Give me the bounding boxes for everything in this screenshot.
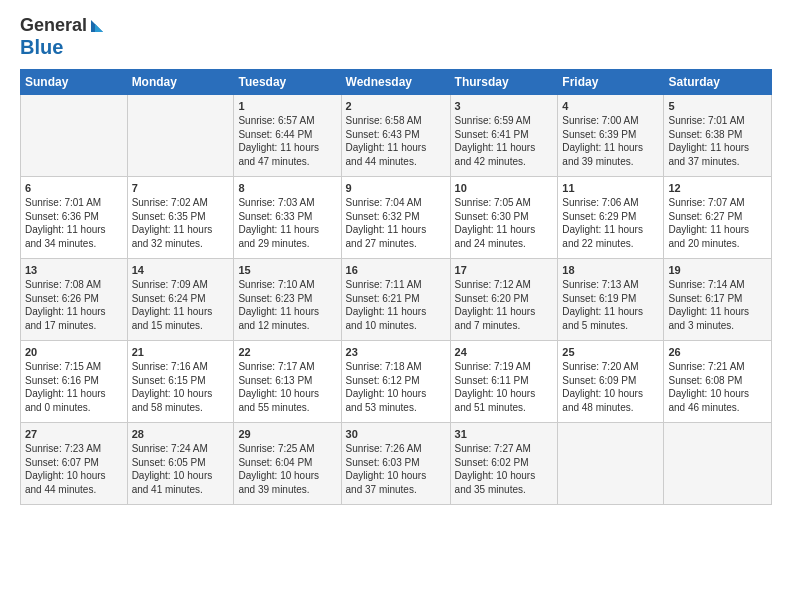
day-number: 20 [25,345,123,360]
svg-marker-1 [95,24,103,32]
week-row-3: 13Sunrise: 7:08 AM Sunset: 6:26 PM Dayli… [21,258,772,340]
header: General Blue [20,16,772,59]
day-info: Sunrise: 7:17 AM Sunset: 6:13 PM Dayligh… [238,360,336,414]
day-number: 1 [238,99,336,114]
day-info: Sunrise: 7:06 AM Sunset: 6:29 PM Dayligh… [562,196,659,250]
day-info: Sunrise: 7:13 AM Sunset: 6:19 PM Dayligh… [562,278,659,332]
day-cell [664,422,772,504]
day-number: 15 [238,263,336,278]
day-cell: 7Sunrise: 7:02 AM Sunset: 6:35 PM Daylig… [127,176,234,258]
day-cell [558,422,664,504]
day-cell: 22Sunrise: 7:17 AM Sunset: 6:13 PM Dayli… [234,340,341,422]
logo-blue: Blue [20,36,107,59]
day-info: Sunrise: 7:01 AM Sunset: 6:36 PM Dayligh… [25,196,123,250]
day-number: 21 [132,345,230,360]
day-cell: 15Sunrise: 7:10 AM Sunset: 6:23 PM Dayli… [234,258,341,340]
col-header-thursday: Thursday [450,69,558,94]
day-info: Sunrise: 7:23 AM Sunset: 6:07 PM Dayligh… [25,442,123,496]
day-info: Sunrise: 7:03 AM Sunset: 6:33 PM Dayligh… [238,196,336,250]
day-number: 16 [346,263,446,278]
page: General Blue SundayMondayTuesdayWednesda… [0,0,792,515]
day-cell: 24Sunrise: 7:19 AM Sunset: 6:11 PM Dayli… [450,340,558,422]
day-number: 14 [132,263,230,278]
day-number: 11 [562,181,659,196]
day-info: Sunrise: 7:25 AM Sunset: 6:04 PM Dayligh… [238,442,336,496]
week-row-4: 20Sunrise: 7:15 AM Sunset: 6:16 PM Dayli… [21,340,772,422]
week-row-1: 1Sunrise: 6:57 AM Sunset: 6:44 PM Daylig… [21,94,772,176]
col-header-wednesday: Wednesday [341,69,450,94]
day-number: 8 [238,181,336,196]
day-info: Sunrise: 7:02 AM Sunset: 6:35 PM Dayligh… [132,196,230,250]
logo: General Blue [20,16,107,59]
day-cell: 18Sunrise: 7:13 AM Sunset: 6:19 PM Dayli… [558,258,664,340]
day-info: Sunrise: 7:08 AM Sunset: 6:26 PM Dayligh… [25,278,123,332]
day-info: Sunrise: 7:01 AM Sunset: 6:38 PM Dayligh… [668,114,767,168]
day-cell: 16Sunrise: 7:11 AM Sunset: 6:21 PM Dayli… [341,258,450,340]
day-number: 2 [346,99,446,114]
day-number: 27 [25,427,123,442]
col-header-monday: Monday [127,69,234,94]
day-cell: 2Sunrise: 6:58 AM Sunset: 6:43 PM Daylig… [341,94,450,176]
day-number: 28 [132,427,230,442]
day-number: 29 [238,427,336,442]
day-info: Sunrise: 7:10 AM Sunset: 6:23 PM Dayligh… [238,278,336,332]
day-number: 26 [668,345,767,360]
day-cell: 8Sunrise: 7:03 AM Sunset: 6:33 PM Daylig… [234,176,341,258]
day-cell: 17Sunrise: 7:12 AM Sunset: 6:20 PM Dayli… [450,258,558,340]
day-number: 30 [346,427,446,442]
day-info: Sunrise: 6:57 AM Sunset: 6:44 PM Dayligh… [238,114,336,168]
day-cell: 3Sunrise: 6:59 AM Sunset: 6:41 PM Daylig… [450,94,558,176]
day-info: Sunrise: 7:12 AM Sunset: 6:20 PM Dayligh… [455,278,554,332]
day-info: Sunrise: 7:05 AM Sunset: 6:30 PM Dayligh… [455,196,554,250]
day-info: Sunrise: 7:19 AM Sunset: 6:11 PM Dayligh… [455,360,554,414]
day-info: Sunrise: 7:24 AM Sunset: 6:05 PM Dayligh… [132,442,230,496]
day-cell: 21Sunrise: 7:16 AM Sunset: 6:15 PM Dayli… [127,340,234,422]
day-info: Sunrise: 6:58 AM Sunset: 6:43 PM Dayligh… [346,114,446,168]
day-cell: 6Sunrise: 7:01 AM Sunset: 6:36 PM Daylig… [21,176,128,258]
day-cell: 20Sunrise: 7:15 AM Sunset: 6:16 PM Dayli… [21,340,128,422]
day-cell: 31Sunrise: 7:27 AM Sunset: 6:02 PM Dayli… [450,422,558,504]
day-cell: 19Sunrise: 7:14 AM Sunset: 6:17 PM Dayli… [664,258,772,340]
day-info: Sunrise: 7:26 AM Sunset: 6:03 PM Dayligh… [346,442,446,496]
day-number: 22 [238,345,336,360]
day-info: Sunrise: 7:07 AM Sunset: 6:27 PM Dayligh… [668,196,767,250]
day-info: Sunrise: 7:11 AM Sunset: 6:21 PM Dayligh… [346,278,446,332]
day-number: 31 [455,427,554,442]
day-cell: 27Sunrise: 7:23 AM Sunset: 6:07 PM Dayli… [21,422,128,504]
day-cell: 10Sunrise: 7:05 AM Sunset: 6:30 PM Dayli… [450,176,558,258]
day-cell: 25Sunrise: 7:20 AM Sunset: 6:09 PM Dayli… [558,340,664,422]
day-number: 10 [455,181,554,196]
day-info: Sunrise: 7:18 AM Sunset: 6:12 PM Dayligh… [346,360,446,414]
day-number: 18 [562,263,659,278]
day-cell: 11Sunrise: 7:06 AM Sunset: 6:29 PM Dayli… [558,176,664,258]
day-info: Sunrise: 6:59 AM Sunset: 6:41 PM Dayligh… [455,114,554,168]
day-cell: 13Sunrise: 7:08 AM Sunset: 6:26 PM Dayli… [21,258,128,340]
day-number: 12 [668,181,767,196]
day-number: 9 [346,181,446,196]
day-info: Sunrise: 7:04 AM Sunset: 6:32 PM Dayligh… [346,196,446,250]
day-info: Sunrise: 7:09 AM Sunset: 6:24 PM Dayligh… [132,278,230,332]
day-info: Sunrise: 7:15 AM Sunset: 6:16 PM Dayligh… [25,360,123,414]
day-cell: 14Sunrise: 7:09 AM Sunset: 6:24 PM Dayli… [127,258,234,340]
day-info: Sunrise: 7:21 AM Sunset: 6:08 PM Dayligh… [668,360,767,414]
day-number: 25 [562,345,659,360]
calendar-table: SundayMondayTuesdayWednesdayThursdayFrid… [20,69,772,505]
day-cell: 29Sunrise: 7:25 AM Sunset: 6:04 PM Dayli… [234,422,341,504]
day-cell: 26Sunrise: 7:21 AM Sunset: 6:08 PM Dayli… [664,340,772,422]
day-number: 23 [346,345,446,360]
day-info: Sunrise: 7:00 AM Sunset: 6:39 PM Dayligh… [562,114,659,168]
col-header-friday: Friday [558,69,664,94]
week-row-2: 6Sunrise: 7:01 AM Sunset: 6:36 PM Daylig… [21,176,772,258]
day-cell: 28Sunrise: 7:24 AM Sunset: 6:05 PM Dayli… [127,422,234,504]
day-cell: 30Sunrise: 7:26 AM Sunset: 6:03 PM Dayli… [341,422,450,504]
logo-arrow-icon [89,16,107,34]
day-cell [127,94,234,176]
day-number: 5 [668,99,767,114]
day-number: 13 [25,263,123,278]
col-header-saturday: Saturday [664,69,772,94]
day-info: Sunrise: 7:27 AM Sunset: 6:02 PM Dayligh… [455,442,554,496]
day-number: 7 [132,181,230,196]
day-cell: 1Sunrise: 6:57 AM Sunset: 6:44 PM Daylig… [234,94,341,176]
day-cell: 23Sunrise: 7:18 AM Sunset: 6:12 PM Dayli… [341,340,450,422]
header-row: SundayMondayTuesdayWednesdayThursdayFrid… [21,69,772,94]
